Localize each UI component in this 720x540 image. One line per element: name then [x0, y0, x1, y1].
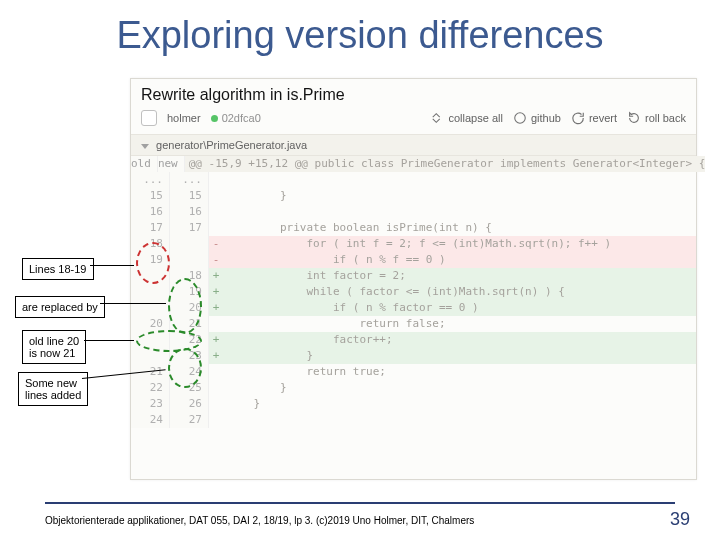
callout-2-pointer [100, 303, 166, 304]
line-sign [209, 396, 223, 412]
revert-icon [571, 111, 585, 125]
line-code: while ( factor <= (int)Math.sqrt(n) ) { [223, 284, 696, 300]
diff-header-row: old new @@ -15,9 +15,12 @@ public class … [131, 156, 696, 172]
line-old: 23 [131, 396, 170, 412]
callout-3-pointer [84, 340, 134, 341]
diff-row: 2021 return false; [131, 316, 696, 332]
diff-row: 2326 } [131, 396, 696, 412]
line-old: 18 [131, 236, 170, 252]
line-new: 18 [170, 268, 209, 284]
line-sign [209, 412, 223, 428]
diff-row: 20+ if ( n % factor == 0 ) [131, 300, 696, 316]
slide: Exploring version differences Rewrite al… [0, 0, 720, 540]
diff-row: ...... [131, 172, 696, 188]
panel-toolbar: holmer 02dfca0 collapse all github rever… [131, 108, 696, 135]
callout-new-lines: Some new lines added [18, 372, 88, 406]
line-sign: + [209, 332, 223, 348]
line-new: 19 [170, 284, 209, 300]
line-new: 27 [170, 412, 209, 428]
diff-row: 19+ while ( factor <= (int)Math.sqrt(n) … [131, 284, 696, 300]
commit-hash: 02dfca0 [211, 112, 261, 124]
line-old: 15 [131, 188, 170, 204]
revert-button[interactable]: revert [571, 111, 617, 125]
line-old: 22 [131, 380, 170, 396]
line-new: 26 [170, 396, 209, 412]
line-sign: - [209, 252, 223, 268]
hunk-header: @@ -15,9 +15,12 @@ public class PrimeGen… [185, 156, 706, 172]
line-new: 25 [170, 380, 209, 396]
commit-hash-text: 02dfca0 [222, 112, 261, 124]
line-code [223, 412, 696, 428]
chevron-down-icon [141, 144, 149, 149]
line-new [170, 236, 209, 252]
diff-panel: Rewrite algorithm in is.Prime holmer 02d… [130, 78, 697, 480]
line-sign: + [209, 348, 223, 364]
line-old [131, 348, 170, 364]
line-new: 16 [170, 204, 209, 220]
diff-row: 2427 [131, 412, 696, 428]
col-header-old: old [131, 156, 158, 172]
line-new [170, 252, 209, 268]
line-sign [209, 204, 223, 220]
line-code: factor++; [223, 332, 696, 348]
line-old: 20 [131, 316, 170, 332]
line-new: ... [170, 172, 209, 188]
line-code: } [223, 396, 696, 412]
diff-row: 1515 } [131, 188, 696, 204]
line-sign [209, 220, 223, 236]
line-sign: + [209, 268, 223, 284]
rollback-label: roll back [645, 112, 686, 124]
commit-message: Rewrite algorithm in is.Prime [131, 79, 696, 108]
line-code: for ( int f = 2; f <= (int)Math.sqrt(n);… [223, 236, 696, 252]
callout-old-20: old line 20 is now 21 [22, 330, 86, 364]
slide-title: Exploring version differences [0, 0, 720, 57]
github-avatar-icon [141, 110, 157, 126]
line-sign: + [209, 300, 223, 316]
line-new: 17 [170, 220, 209, 236]
collapse-icon [431, 111, 445, 125]
author-name: holmer [167, 112, 201, 124]
line-code: return true; [223, 364, 696, 380]
line-sign: - [209, 236, 223, 252]
diff-row: 1616 [131, 204, 696, 220]
line-new: 22 [170, 332, 209, 348]
line-old: 17 [131, 220, 170, 236]
svg-point-0 [515, 113, 526, 124]
diff-row: 22+ factor++; [131, 332, 696, 348]
line-new: 24 [170, 364, 209, 380]
diff-row: 18+ int factor = 2; [131, 268, 696, 284]
commit-dot-icon [211, 115, 218, 122]
github-button[interactable]: github [513, 111, 561, 125]
rollback-icon [627, 111, 641, 125]
line-old: 19 [131, 252, 170, 268]
line-code: } [223, 188, 696, 204]
diff-row: 19- if ( n % f == 0 ) [131, 252, 696, 268]
revert-label: revert [589, 112, 617, 124]
line-sign [209, 380, 223, 396]
line-sign [209, 316, 223, 332]
line-sign: + [209, 284, 223, 300]
github-label: github [531, 112, 561, 124]
rollback-button[interactable]: roll back [627, 111, 686, 125]
callout-1-pointer [90, 265, 134, 266]
line-code: if ( n % factor == 0 ) [223, 300, 696, 316]
diff-grid: old new @@ -15,9 +15,12 @@ public class … [131, 156, 696, 428]
line-new: 20 [170, 300, 209, 316]
collapse-all-button[interactable]: collapse all [431, 111, 503, 125]
line-code: } [223, 380, 696, 396]
file-path: generator\PrimeGenerator.java [156, 139, 307, 151]
line-code [223, 204, 696, 220]
callout-lines-18-19: Lines 18-19 [22, 258, 94, 280]
line-sign [209, 364, 223, 380]
diff-row: 18- for ( int f = 2; f <= (int)Math.sqrt… [131, 236, 696, 252]
line-new: 23 [170, 348, 209, 364]
footer-rule [45, 502, 675, 504]
line-code: private boolean isPrime(int n) { [223, 220, 696, 236]
line-old: ... [131, 172, 170, 188]
github-icon [513, 111, 527, 125]
line-old: 16 [131, 204, 170, 220]
line-code: if ( n % f == 0 ) [223, 252, 696, 268]
diff-row: 1717 private boolean isPrime(int n) { [131, 220, 696, 236]
col-header-new: new [158, 156, 185, 172]
file-bar[interactable]: generator\PrimeGenerator.java [131, 135, 696, 156]
